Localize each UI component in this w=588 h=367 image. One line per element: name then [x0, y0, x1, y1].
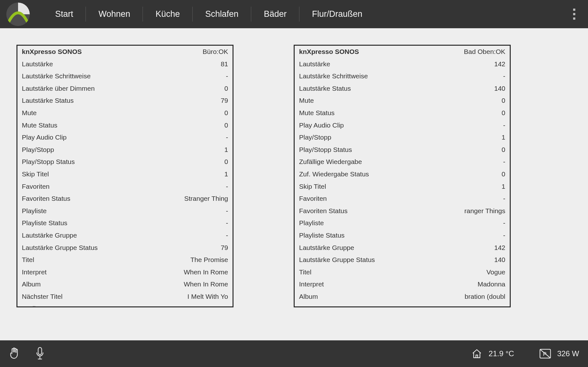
hand-icon[interactable]: [9, 347, 20, 360]
row-value: -: [503, 119, 505, 132]
nav-kueche[interactable]: Küche: [143, 0, 193, 28]
nav-baeder[interactable]: Bäder: [251, 0, 299, 28]
row-value: -: [226, 205, 228, 217]
row-value: -: [226, 180, 228, 193]
list-item[interactable]: Favoriten-: [17, 180, 233, 193]
row-label: Lautstärke Gruppe: [22, 229, 77, 242]
list-item[interactable]: Play Audio Clip-: [295, 119, 510, 132]
list-item[interactable]: Play/Stopp Status0: [295, 144, 510, 156]
list-item[interactable]: Play Audio Clip-: [17, 131, 233, 144]
row-value: bration (doubl: [465, 291, 505, 303]
list-item[interactable]: Lautstärke Gruppe-: [17, 229, 233, 242]
nav-wohnen[interactable]: Wohnen: [86, 0, 143, 28]
row-label: Play/Stopp Status: [22, 156, 75, 168]
list-item[interactable]: Lautstärke Gruppe Status140: [295, 254, 510, 266]
row-value: 142: [494, 242, 505, 254]
list-item[interactable]: Play/Stopp Status0: [17, 156, 233, 168]
list-item[interactable]: Mute0: [17, 107, 233, 119]
list-item[interactable]: Skip Titel1: [295, 180, 510, 193]
row-label: Nächster Titel: [22, 291, 62, 303]
list-item[interactable]: Albumbration (doubl: [295, 291, 510, 303]
list-item[interactable]: Skip Titel1: [17, 168, 233, 180]
row-value: 0: [224, 82, 228, 95]
list-item[interactable]: Lautstärke Status79: [17, 95, 233, 107]
row-label: Skip Titel: [299, 180, 326, 193]
row-label: Favoriten: [22, 180, 50, 193]
row-label: Skip Titel: [22, 168, 49, 180]
row-label: Lautstärke: [22, 58, 53, 70]
list-item[interactable]: Lautstärke Status140: [295, 82, 510, 95]
power-meter-icon: P: [540, 349, 551, 359]
nav-tabs: Start Wohnen Küche Schlafen Bäder Flur/D…: [42, 0, 375, 28]
sonos-panel-buero: knXpresso SONOS Büro:OK Lautstärke81Laut…: [16, 45, 233, 307]
list-item[interactable]: AlbumWhen In Rome: [17, 278, 233, 291]
row-value: I Melt With Yo: [188, 291, 228, 303]
list-item[interactable]: Nächster TitelI Melt With Yo: [17, 291, 233, 303]
row-value: 81: [221, 58, 228, 70]
list-item[interactable]: Favoriten StatusStranger Thing: [17, 193, 233, 205]
row-value: -: [503, 70, 505, 82]
row-value: 0: [224, 107, 228, 119]
row-label: Lautstärke Gruppe Status: [299, 254, 375, 266]
list-item[interactable]: Lautstärke Schrittweise-: [295, 70, 510, 82]
nav-schlafen[interactable]: Schlafen: [193, 0, 251, 28]
list-item[interactable]: Zufällige Wiedergabe-: [295, 156, 510, 168]
list-item[interactable]: TitelThe Promise: [17, 254, 233, 266]
overflow-menu-icon[interactable]: [570, 5, 578, 23]
panel-rows-right: Lautstärke142Lautstärke Schrittweise-Lau…: [295, 58, 510, 303]
temperature-readout: 21.9 °C: [471, 349, 514, 359]
list-item[interactable]: Lautstärke über Dimmen0: [17, 82, 233, 95]
row-label: Play/Stopp: [22, 144, 54, 156]
svg-text:P: P: [543, 351, 546, 357]
list-item[interactable]: InterpretMadonna: [295, 278, 510, 291]
row-label: Playliste Status: [22, 217, 67, 229]
row-label: Interpret: [299, 278, 324, 291]
list-item[interactable]: Favoriten-: [295, 193, 510, 205]
list-item[interactable]: Lautstärke142: [295, 58, 510, 70]
row-label: Favoriten: [299, 193, 327, 205]
list-item[interactable]: Playliste Status-: [295, 229, 510, 242]
list-item[interactable]: Mute Status0: [295, 107, 510, 119]
row-label: Zufällige Wiedergabe: [299, 156, 362, 168]
list-item[interactable]: Lautstärke Gruppe Status79: [17, 242, 233, 254]
list-item[interactable]: TitelVogue: [295, 266, 510, 279]
row-label: Mute Status: [22, 119, 57, 132]
list-item[interactable]: Playliste-: [17, 205, 233, 217]
panel-title: knXpresso SONOS: [22, 46, 82, 58]
nav-flur[interactable]: Flur/Draußen: [299, 0, 375, 28]
list-item[interactable]: Lautstärke Gruppe142: [295, 242, 510, 254]
panel-header: knXpresso SONOS Büro:OK: [17, 46, 233, 58]
row-value: Madonna: [477, 278, 505, 291]
list-item[interactable]: Favoriten Statusranger Things: [295, 205, 510, 217]
row-value: The Promise: [190, 254, 228, 266]
microphone-icon[interactable]: [35, 347, 44, 360]
list-item[interactable]: Mute0: [295, 95, 510, 107]
house-icon: [471, 349, 482, 359]
list-item[interactable]: Lautstärke Schrittweise-: [17, 70, 233, 82]
list-item[interactable]: Radiotext: [17, 303, 233, 307]
row-label: Playliste: [299, 217, 324, 229]
row-label: Lautstärke: [299, 58, 330, 70]
top-bar: Start Wohnen Küche Schlafen Bäder Flur/D…: [0, 0, 588, 28]
list-item[interactable]: Playliste-: [295, 217, 510, 229]
list-item[interactable]: Mute Status0: [17, 119, 233, 132]
list-item[interactable]: Lautstärke81: [17, 58, 233, 70]
row-value: 140: [494, 254, 505, 266]
list-item[interactable]: Zuf. Wiedergabe Status0: [295, 168, 510, 180]
row-label: Favoriten Status: [299, 205, 348, 217]
row-value: When In Rome: [184, 278, 228, 291]
row-label: Lautstärke Schrittweise: [22, 70, 91, 82]
row-label: Lautstärke über Dimmen: [22, 82, 95, 95]
row-value: 0: [502, 107, 505, 119]
row-value: -: [226, 217, 228, 229]
row-value: Stranger Thing: [184, 193, 228, 205]
nav-start[interactable]: Start: [42, 0, 86, 28]
list-item[interactable]: InterpretWhen In Rome: [17, 266, 233, 279]
row-label: Favoriten Status: [22, 193, 70, 205]
row-label: Lautstärke Schrittweise: [299, 70, 368, 82]
list-item[interactable]: Playliste Status-: [17, 217, 233, 229]
row-label: Mute: [299, 95, 314, 107]
list-item[interactable]: Play/Stopp1: [295, 131, 510, 144]
list-item[interactable]: Play/Stopp1: [17, 144, 233, 156]
row-value: 79: [221, 95, 228, 107]
